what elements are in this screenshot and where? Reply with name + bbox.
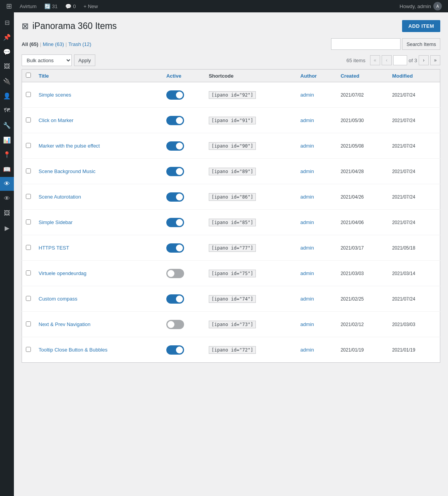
author-link[interactable]: admin <box>300 168 314 174</box>
item-title-link[interactable]: Simple scenes <box>39 92 71 98</box>
new-content-button[interactable]: + New <box>81 3 101 9</box>
row-checkbox[interactable] <box>26 143 31 148</box>
item-title-link[interactable]: Marker with the pulse effect <box>39 143 100 149</box>
table-row: Scene Background Music[ipano id="89"]adm… <box>22 159 440 184</box>
toggle-switch[interactable] <box>166 218 184 227</box>
current-page-input[interactable]: 1 <box>393 55 407 65</box>
search-input[interactable] <box>331 38 401 50</box>
updates-count[interactable]: 🔄 31 <box>41 3 61 9</box>
user-menu[interactable]: Howdy, admin A <box>397 2 445 10</box>
bulk-wrap: Bulk actions Delete Apply <box>22 54 95 66</box>
comments-count[interactable]: 💬 0 <box>62 3 79 9</box>
item-title-link[interactable]: HTTPS TEST <box>39 245 69 251</box>
table-row: HTTPS TEST[ipano id="77"]admin2021/03/17… <box>22 235 440 261</box>
toggle-slider <box>166 243 184 253</box>
item-title-link[interactable]: Simple Sidebar <box>39 219 73 225</box>
next-page-button[interactable]: › <box>419 55 429 65</box>
sidebar-item-plugins[interactable]: 🔌 <box>0 74 14 88</box>
row-checkbox[interactable] <box>26 347 31 352</box>
filter-mine[interactable]: Mine (63) <box>43 41 64 47</box>
toggle-switch[interactable] <box>166 269 184 278</box>
header-author[interactable]: Author <box>296 70 336 82</box>
author-link[interactable]: admin <box>300 143 314 149</box>
item-title-link[interactable]: Click on Marker <box>39 117 73 123</box>
author-link[interactable]: admin <box>300 117 314 123</box>
sidebar-item-panorama2[interactable]: 👁 <box>0 192 14 206</box>
row-checkbox[interactable] <box>26 219 31 224</box>
header-modified[interactable]: Modified <box>388 70 440 82</box>
toggle-switch[interactable] <box>166 141 184 151</box>
wp-logo-icon[interactable]: ⊞ <box>3 2 15 10</box>
toggle-switch[interactable] <box>166 243 184 253</box>
toggle-switch[interactable] <box>166 167 184 176</box>
search-button[interactable]: Search Items <box>402 38 440 50</box>
row-checkbox[interactable] <box>26 117 31 122</box>
header-active[interactable]: Active <box>162 70 205 82</box>
author-link[interactable]: admin <box>300 219 314 225</box>
first-page-button[interactable]: « <box>370 55 380 65</box>
sidebar-item-map[interactable]: 🗺 <box>0 104 14 117</box>
shortcode-badge: [ipano id="92"] <box>209 91 256 99</box>
sidebar-item-analytics[interactable]: 📊 <box>0 133 14 147</box>
sidebar-item-panorama[interactable]: 👁 <box>0 177 14 191</box>
item-title-link[interactable]: Virtuele opendeurdag <box>39 270 86 276</box>
toggle-switch[interactable] <box>166 90 184 100</box>
row-checkbox[interactable] <box>26 321 31 326</box>
toggle-switch[interactable] <box>166 192 184 202</box>
row-checkbox[interactable] <box>26 194 31 199</box>
select-all-checkbox[interactable] <box>26 73 31 78</box>
row-checkbox[interactable] <box>26 270 31 275</box>
sidebar-item-comments[interactable]: 💬 <box>0 45 14 59</box>
add-item-button[interactable]: ADD ITEM <box>402 20 440 32</box>
author-link[interactable]: admin <box>300 245 314 251</box>
toggle-switch[interactable] <box>166 345 184 355</box>
header-created[interactable]: Created <box>337 70 388 82</box>
row-checkbox[interactable] <box>26 168 31 173</box>
created-date: 2021/03/03 <box>337 261 388 286</box>
shortcode-badge: [ipano id="75"] <box>209 270 256 277</box>
item-title-link[interactable]: Tooltip Close Button & Bubbles <box>39 347 108 353</box>
author-link[interactable]: admin <box>300 270 314 276</box>
author-link[interactable]: admin <box>300 347 314 353</box>
table-body: Simple scenes[ipano id="92"]admin2021/07… <box>22 82 440 363</box>
header-title[interactable]: Title <box>35 70 162 82</box>
sidebar-item-pin[interactable]: 📌 <box>0 30 14 44</box>
item-title-link[interactable]: Next & Prev Navigation <box>39 321 90 327</box>
row-checkbox[interactable] <box>26 296 31 301</box>
toggle-switch[interactable] <box>166 320 184 329</box>
prev-page-button[interactable]: ‹ <box>382 55 392 65</box>
sidebar-item-image[interactable]: 🖼 <box>0 206 14 220</box>
row-checkbox[interactable] <box>26 92 31 97</box>
modified-date: 2021/07/24 <box>388 133 440 159</box>
item-title-link[interactable]: Scene Background Music <box>39 168 95 174</box>
row-checkbox[interactable] <box>26 245 31 250</box>
toggle-switch[interactable] <box>166 294 184 304</box>
item-title-link[interactable]: Custom compass <box>39 296 77 302</box>
sidebar-item-dashboard[interactable]: ⊟ <box>0 15 14 29</box>
toggle-slider <box>166 294 184 304</box>
sidebar-item-media[interactable]: 🖼 <box>0 59 14 73</box>
apply-button[interactable]: Apply <box>74 54 95 66</box>
table-row: Simple scenes[ipano id="92"]admin2021/07… <box>22 82 440 108</box>
item-title-link[interactable]: Scene Autorotation <box>39 194 81 200</box>
bulk-actions-select[interactable]: Bulk actions Delete <box>22 54 72 66</box>
toggle-slider <box>166 345 184 355</box>
author-link[interactable]: admin <box>300 92 314 98</box>
author-link[interactable]: admin <box>300 321 314 327</box>
modified-date: 2021/07/24 <box>388 184 440 210</box>
site-name[interactable]: Avirtum <box>17 3 40 9</box>
last-page-button[interactable]: » <box>430 55 440 65</box>
filter-all[interactable]: All (65) <box>22 41 38 47</box>
toggle-slider <box>166 90 184 100</box>
toggle-switch[interactable] <box>166 116 184 125</box>
sidebar-item-location[interactable]: 📍 <box>0 148 14 161</box>
sidebar-item-book[interactable]: 📖 <box>0 162 14 176</box>
filter-trash[interactable]: Trash (12) <box>68 41 91 47</box>
sidebar-item-play[interactable]: ▶ <box>0 221 14 235</box>
action-bar: Bulk actions Delete Apply 65 items « ‹ 1… <box>22 54 440 66</box>
sidebar-item-users[interactable]: 👤 <box>0 89 14 103</box>
shortcode-badge: [ipano id="89"] <box>209 168 256 175</box>
author-link[interactable]: admin <box>300 194 314 200</box>
sidebar-item-tools[interactable]: 🔧 <box>0 118 14 132</box>
author-link[interactable]: admin <box>300 296 314 302</box>
